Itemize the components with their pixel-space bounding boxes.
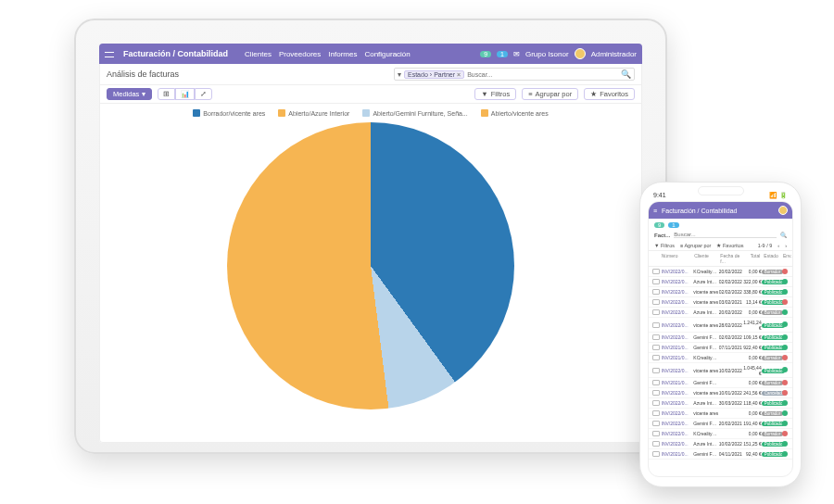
legend-item[interactable]: Abierto/Gemini Furniture, Seña... (362, 109, 467, 117)
table-row[interactable]: INV/2022/0...Azure Interior20/02/20220,0… (649, 308, 792, 318)
table-row[interactable]: INV/2022/0...vicente ares28/02/20221.241… (649, 318, 792, 333)
groupby-button[interactable]: ≡ Agrupar por (680, 243, 711, 248)
search-icon[interactable]: 🔍 (780, 232, 787, 238)
view-expand-icon[interactable]: ⤢ (195, 88, 212, 100)
row-checkbox[interactable] (652, 279, 660, 284)
legend-label: Abierto/vicente ares (491, 110, 549, 117)
table-row[interactable]: INV/2022/0...vicente ares10/01/2022241,5… (649, 388, 792, 398)
measures-button[interactable]: Medidas ▾ (107, 88, 152, 100)
row-checkbox[interactable] (652, 269, 660, 274)
app-title: Facturación / Contabilidad (123, 49, 228, 58)
row-checkbox[interactable] (652, 345, 660, 350)
badge-2[interactable]: 1 (497, 51, 508, 57)
legend-item[interactable]: Abierto/vicente ares (481, 109, 549, 117)
row-checkbox[interactable] (652, 410, 660, 416)
row-checkbox[interactable] (652, 421, 660, 426)
table-row[interactable]: INV/2022/0...vicente ares03/02/202113,14… (649, 297, 792, 308)
row-checkbox[interactable] (652, 380, 660, 385)
filters-button[interactable]: ▼ Filtros (654, 243, 675, 248)
menu-informes[interactable]: Informes (328, 50, 357, 58)
groupby-button[interactable]: ≡ Agrupar por (522, 88, 578, 100)
row-checkbox[interactable] (652, 309, 660, 315)
menu-icon[interactable]: ≡ (653, 208, 657, 214)
favorites-button[interactable]: ★ Favoritos (584, 88, 635, 100)
pie-graphic (227, 122, 514, 410)
table-row[interactable]: INV/2021/0...Gemini Furn...0,00 €Borrado… (649, 378, 792, 388)
cell-numero: INV/2021/0... (662, 345, 694, 350)
legend-item[interactable]: Borrador/vicente ares (193, 109, 265, 117)
row-checkbox[interactable] (652, 368, 660, 373)
table-row[interactable]: INV/2021/0...Gemini Furn...07/11/2021922… (649, 343, 792, 353)
menu-clientes[interactable]: Clientes (245, 50, 272, 58)
search-box[interactable]: ▾ Estado › Partner × 🔍 (394, 68, 635, 81)
avatar[interactable] (778, 206, 788, 215)
cell-estado: Publicado (762, 368, 782, 373)
cell-total: 322,00 € (743, 279, 762, 284)
user-name[interactable]: Administrador (591, 50, 637, 58)
badge-1[interactable]: 9 (480, 51, 491, 57)
col-estado[interactable]: Estado (762, 253, 781, 264)
view-pivot-icon[interactable]: ⊞ (158, 88, 175, 100)
row-checkbox[interactable] (652, 390, 660, 396)
cell-estado: Publicado (762, 289, 782, 295)
table-row[interactable]: INV/2022/0...KCrealitys p...0,00 €Borrad… (649, 429, 792, 439)
menu-icon[interactable] (105, 50, 114, 57)
search-icon[interactable]: 🔍 (621, 69, 631, 79)
status-dot-icon (782, 345, 788, 350)
row-checkbox[interactable] (652, 400, 660, 406)
legend-label: Abierto/Gemini Furniture, Seña... (373, 110, 467, 117)
table-row[interactable]: INV/2022/0...KCrealitys p...20/02/20220,… (649, 267, 792, 277)
table-row[interactable]: INV/2022/0...vicente ares02/02/2022338,8… (649, 287, 792, 297)
table-row[interactable]: INV/2022/0...Gemini Furn...20/02/2021191… (649, 419, 792, 429)
table-row[interactable]: INV/2022/0...Azure Interior10/02/2022151… (649, 439, 792, 449)
cell-envio (782, 269, 789, 275)
view-chart-icon[interactable]: 📊 (175, 88, 195, 100)
table-row[interactable]: INV/2021/0...Gemini Furn...04/11/202192,… (649, 449, 792, 460)
cell-numero: INV/2022/0... (662, 400, 694, 406)
filter-chip-estado[interactable]: Estado › Partner × (404, 70, 464, 79)
cell-total: 0,00 € (743, 410, 762, 416)
badge-2[interactable]: 1 (668, 222, 678, 228)
org-name[interactable]: Grupo Isonor (525, 50, 569, 58)
row-checkbox[interactable] (652, 451, 660, 457)
chat-icon[interactable]: ✉ (513, 50, 520, 58)
table-row[interactable]: INV/2022/0...vicente ares10/02/20221.045… (649, 363, 792, 378)
legend-item[interactable]: Abierto/Azure Interior (278, 109, 349, 117)
cell-fecha: 10/01/2022 (719, 390, 743, 396)
cell-total: 92,40 € (743, 451, 762, 457)
cell-numero: INV/2022/0... (662, 334, 694, 340)
row-checkbox[interactable] (652, 441, 660, 447)
row-checkbox[interactable] (652, 322, 660, 328)
pager-prev-icon[interactable]: ‹ (777, 243, 779, 248)
table-row[interactable]: INV/2022/0...Azure Interior30/03/2022118… (649, 398, 792, 409)
table-row[interactable]: INV/2022/0...vicente ares0,00 €Borrador (649, 409, 792, 419)
table-row[interactable]: INV/2022/0...Gemini Furn...02/02/2022109… (649, 333, 792, 343)
col-numero[interactable]: Número (660, 253, 693, 264)
row-checkbox[interactable] (652, 289, 660, 295)
pie-chart (227, 122, 514, 410)
pager[interactable]: 1-9 / 9 (758, 243, 773, 248)
col-total[interactable]: Total (743, 253, 763, 264)
phone-search-input[interactable] (674, 232, 777, 238)
filters-button[interactable]: ▼ Filtros (474, 88, 516, 100)
badge-1[interactable]: 9 (654, 222, 664, 228)
menu-proveedores[interactable]: Proveedores (279, 50, 321, 58)
col-envio[interactable]: Env... (781, 253, 789, 264)
chip-remove-icon[interactable]: × (457, 71, 461, 78)
table-row[interactable]: INV/2021/0...KCrealitys p...0,00 €Borrad… (649, 353, 792, 363)
menu-config[interactable]: Configuración (364, 50, 410, 58)
phone-filter-row: ▼ Filtros ≡ Agrupar por ★ Favoritos 1-9 … (649, 241, 792, 251)
avatar[interactable] (575, 48, 586, 59)
cell-numero: INV/2022/0... (662, 441, 694, 447)
search-input[interactable] (467, 71, 618, 78)
favorites-button[interactable]: ★ Favoritos (716, 243, 743, 248)
row-checkbox[interactable] (652, 299, 660, 305)
col-fecha[interactable]: Fecha de f... (718, 253, 742, 264)
row-checkbox[interactable] (652, 431, 660, 436)
col-cliente[interactable]: Cliente (692, 253, 718, 264)
pager-next-icon[interactable]: › (785, 243, 787, 248)
table-row[interactable]: INV/2022/0...Azure Interior02/02/2022322… (649, 277, 792, 287)
table-body: INV/2022/0...KCrealitys p...20/02/20220,… (649, 267, 792, 476)
row-checkbox[interactable] (652, 334, 660, 340)
row-checkbox[interactable] (652, 355, 660, 360)
